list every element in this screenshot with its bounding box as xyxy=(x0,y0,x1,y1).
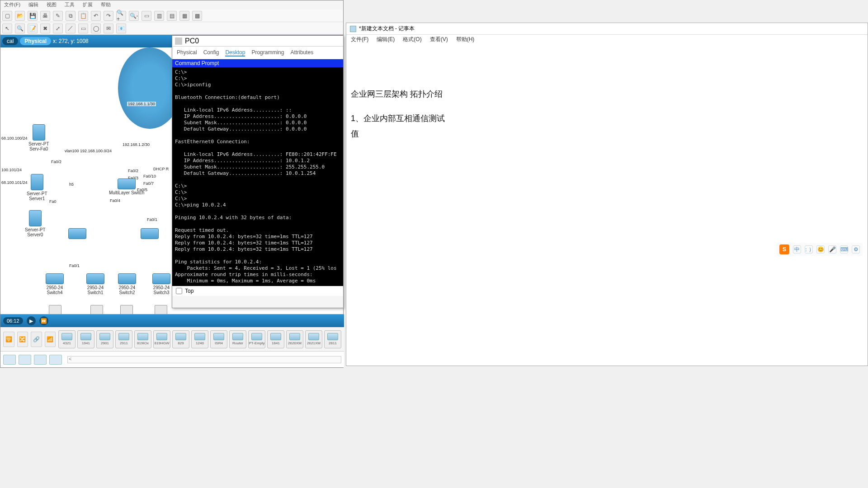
ime-logo-icon[interactable]: S xyxy=(779,244,789,254)
tray-device-2[interactable]: 2901 xyxy=(96,330,113,348)
device-agg1[interactable] xyxy=(68,228,86,240)
category-hubs-icon[interactable]: 🔗 xyxy=(31,332,42,347)
np-menu-edit[interactable]: 编辑(E) xyxy=(377,36,395,45)
zoom-out-icon[interactable]: 🔍- xyxy=(129,11,139,21)
device-mlswitch[interactable]: MultiLayer Switch xyxy=(109,178,144,195)
tab-physical[interactable]: Physical xyxy=(177,49,197,56)
resize-icon[interactable]: ⤢ xyxy=(53,23,63,33)
ime-voice-icon[interactable]: 🎤 xyxy=(828,245,836,253)
subcat-3[interactable] xyxy=(34,355,47,365)
ellipse-icon[interactable]: ◯ xyxy=(91,23,101,33)
tray-device-1[interactable]: 1941 xyxy=(77,330,94,348)
category-routers-icon[interactable]: 🛜 xyxy=(3,332,14,347)
palette2-icon[interactable]: ▦ xyxy=(179,11,189,21)
device-switch4[interactable]: 2950-24 Switch4 xyxy=(46,273,64,295)
pc-icon xyxy=(175,38,182,45)
sim-status-bar: 06:12 ▶ ⏩ xyxy=(0,314,344,327)
device-server-fa0[interactable]: Server-PT Serv-Fa0 xyxy=(28,124,49,151)
dialog-footer: Top xyxy=(172,286,343,296)
np-menu-view[interactable]: 查看(V) xyxy=(430,36,448,45)
sim-time: 06:12 xyxy=(3,317,23,324)
np-menu-help[interactable]: 帮助(H) xyxy=(456,36,475,45)
tray-device-0[interactable]: 4321 xyxy=(58,330,75,348)
menu-tools[interactable]: 工具 xyxy=(65,1,75,9)
device-server1[interactable]: Server-PT Server1 xyxy=(27,174,47,201)
tray-device-12[interactable]: 2620XM xyxy=(286,330,303,348)
np-menu-file[interactable]: 文件(F) xyxy=(351,36,368,45)
device-switch1[interactable]: 2950-24 Switch1 xyxy=(86,273,104,295)
play-button[interactable]: ▶ xyxy=(27,316,36,325)
physical-tab[interactable]: Physical xyxy=(20,37,51,45)
device-agg2[interactable] xyxy=(141,228,159,240)
ime-settings-icon[interactable]: ⚙ xyxy=(852,245,860,253)
logical-tab[interactable]: cal xyxy=(2,37,18,45)
notepad-textarea[interactable]: 企业网三层架构 拓扑介绍 1、企业内部互相通信测试 值 xyxy=(346,46,868,146)
wizard-icon[interactable]: ✎ xyxy=(53,11,63,21)
zoom-in-icon[interactable]: 🔍+ xyxy=(116,11,126,21)
category-switches-icon[interactable]: 🔀 xyxy=(17,332,28,347)
tray-device-6[interactable]: 829 xyxy=(172,330,189,348)
zoom-fit-icon[interactable]: ▭ xyxy=(142,11,151,21)
redo-icon[interactable]: ↷ xyxy=(104,11,113,21)
menu-view[interactable]: 视图 xyxy=(47,1,57,9)
notepad-title: *新建文本文档 - 记事本 xyxy=(359,25,415,33)
ime-lang[interactable]: 中 xyxy=(793,245,801,253)
tray-device-13[interactable]: 2621XM xyxy=(305,330,322,348)
menu-ext[interactable]: 扩展 xyxy=(83,1,93,9)
envelope-open-icon[interactable]: 📧 xyxy=(116,23,126,33)
note-icon[interactable]: 📝 xyxy=(28,23,38,33)
ff-button[interactable]: ⏩ xyxy=(39,316,48,325)
save-icon[interactable]: 💾 xyxy=(28,11,38,21)
device-switch3[interactable]: 2950-24 Switch3 xyxy=(152,273,170,295)
tray-scrollbar[interactable] xyxy=(67,356,341,363)
envelope-icon[interactable]: ✉ xyxy=(104,23,113,33)
subcat-1[interactable] xyxy=(3,355,16,365)
tray-device-5[interactable]: 819HGW xyxy=(153,330,170,348)
label-servnet3: 100.101/24 xyxy=(0,168,23,172)
dialog-titlebar[interactable]: PC0 xyxy=(172,36,343,47)
tab-attributes[interactable]: Attributes xyxy=(290,49,313,56)
tray-device-4[interactable]: 819IOx xyxy=(134,330,151,348)
tab-config[interactable]: Config xyxy=(203,49,219,56)
paste-icon[interactable]: 📋 xyxy=(78,11,88,21)
device-server0[interactable]: Server-PT Server0 xyxy=(25,210,46,237)
delete-icon[interactable]: ✖ xyxy=(40,23,50,33)
command-prompt-terminal[interactable]: C:\> C:\> C:\>ipconfig Bluetooth Connect… xyxy=(172,67,343,286)
ime-keyboard-icon[interactable]: ⌨ xyxy=(840,245,848,253)
tray-device-9[interactable]: Router xyxy=(229,330,246,348)
notepad-titlebar[interactable]: *新建文本文档 - 记事本 xyxy=(346,23,868,35)
subcat-4[interactable] xyxy=(49,355,62,365)
print-icon[interactable]: 🖶 xyxy=(40,11,50,21)
tab-desktop[interactable]: Desktop xyxy=(225,49,245,56)
menu-help[interactable]: 帮助 xyxy=(101,1,111,9)
tray-device-14[interactable]: 2811 xyxy=(324,330,341,348)
ime-punct-icon[interactable]: ：） xyxy=(805,245,813,253)
tray-device-8[interactable]: ISR4 xyxy=(210,330,227,348)
palette3-icon[interactable]: ▩ xyxy=(192,11,202,21)
subcat-2[interactable] xyxy=(19,355,31,365)
tray-device-10[interactable]: PT-Empty xyxy=(248,330,265,348)
device-switch2[interactable]: 2950-24 Switch2 xyxy=(118,273,136,295)
line-icon[interactable]: ／ xyxy=(66,23,75,33)
rect-icon[interactable]: ▭ xyxy=(78,23,88,33)
ime-toolbar[interactable]: S 中 ：） 😊 🎤 ⌨ ⚙ xyxy=(777,243,863,256)
tray-device-7[interactable]: 1240 xyxy=(191,330,208,348)
np-menu-format[interactable]: 格式(O) xyxy=(403,36,421,45)
menu-file[interactable]: 文件(F) xyxy=(4,1,20,9)
menu-edit[interactable]: 编辑 xyxy=(28,1,38,9)
inspect-icon[interactable]: 🔍 xyxy=(15,23,25,33)
tab-programming[interactable]: Programming xyxy=(251,49,284,56)
open-icon[interactable]: 📂 xyxy=(15,11,25,21)
draw-icon[interactable]: ▥ xyxy=(154,11,164,21)
palette1-icon[interactable]: ▤ xyxy=(167,11,177,21)
new-icon[interactable]: ▢ xyxy=(2,11,12,21)
top-checkbox[interactable] xyxy=(176,288,182,294)
ime-emoji-icon[interactable]: 😊 xyxy=(816,245,825,253)
copy-icon[interactable]: ⧉ xyxy=(66,11,75,21)
undo-icon[interactable]: ↶ xyxy=(91,11,101,21)
tray-device-11[interactable]: 1841 xyxy=(267,330,284,348)
notepad-window: *新建文本文档 - 记事本 文件(F) 编辑(E) 格式(O) 查看(V) 帮助… xyxy=(346,23,868,366)
select-icon[interactable]: ↖ xyxy=(2,23,12,33)
category-wireless-icon[interactable]: 📶 xyxy=(45,332,56,347)
tray-device-3[interactable]: 2911 xyxy=(115,330,132,348)
